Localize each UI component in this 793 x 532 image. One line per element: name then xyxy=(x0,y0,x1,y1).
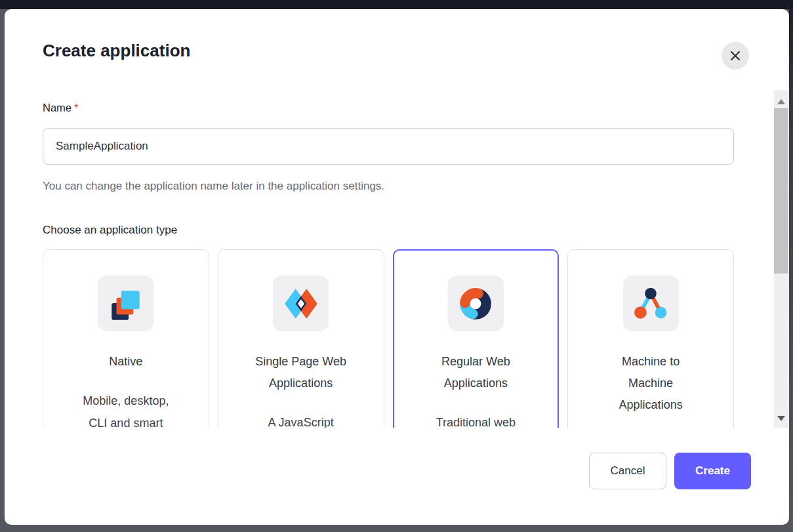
close-button[interactable] xyxy=(722,42,749,70)
app-type-card-regular-web-applications[interactable]: Regular Web ApplicationsTraditional web xyxy=(393,249,559,428)
close-icon xyxy=(730,51,741,61)
app-type-description: Mobile, desktop, CLI and smart xyxy=(73,390,178,428)
m2m-nodes-icon xyxy=(623,276,679,331)
scrollbar-up-arrow-icon[interactable] xyxy=(777,99,785,104)
native-stacked-squares-icon xyxy=(98,276,153,331)
name-helper-text: You can change the application name late… xyxy=(43,180,734,193)
create-button[interactable]: Create xyxy=(674,453,751,489)
app-type-title: Single Page Web Applications xyxy=(250,351,352,394)
modal-scroll-body: Name* You can change the application nam… xyxy=(5,90,789,428)
regular-web-ring-icon xyxy=(448,276,504,331)
app-type-description: Traditional web xyxy=(436,411,516,428)
application-name-input[interactable] xyxy=(43,128,734,165)
app-type-card-native[interactable]: NativeMobile, desktop, CLI and smart xyxy=(43,249,209,428)
app-type-title: Regular Web Applications xyxy=(425,351,527,394)
background-page-header xyxy=(0,0,793,9)
scrollbar-down-arrow-icon[interactable] xyxy=(777,416,785,421)
application-type-section-label: Choose an application type xyxy=(43,224,734,237)
app-type-card-single-page-web-applications[interactable]: Single Page Web ApplicationsA JavaScript xyxy=(218,249,384,428)
cancel-button[interactable]: Cancel xyxy=(589,453,666,489)
modal-scrollbar[interactable] xyxy=(774,90,788,428)
scrollbar-thumb[interactable] xyxy=(774,108,788,274)
app-type-description: A JavaScript xyxy=(268,411,334,428)
background-overlay-edge xyxy=(789,9,793,532)
modal-title: Create application xyxy=(43,41,190,61)
app-type-title: Native xyxy=(109,351,142,373)
create-application-modal: Create application Name* You can change … xyxy=(5,9,789,525)
application-type-cards: NativeMobile, desktop, CLI and smart Sin… xyxy=(43,249,734,428)
spa-diamonds-icon xyxy=(273,276,329,331)
app-type-card-machine-to-machine-applications[interactable]: Machine to Machine Applications xyxy=(567,249,734,428)
required-marker: * xyxy=(74,102,78,113)
modal-footer: Cancel Create xyxy=(589,453,751,489)
app-type-title: Machine to Machine Applications xyxy=(600,351,702,416)
name-field-label: Name* xyxy=(43,102,734,114)
